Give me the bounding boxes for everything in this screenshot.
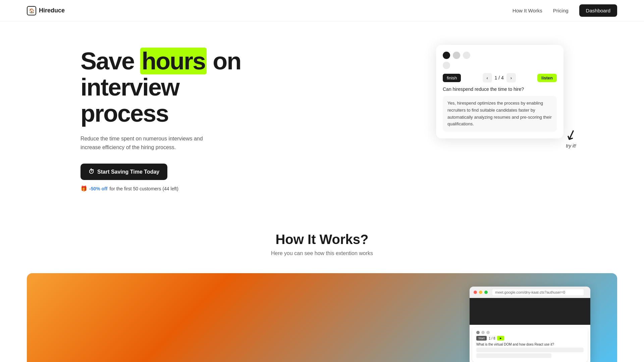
mini-question: What is the virtual DOM and how does Rea… (476, 343, 584, 346)
hero-title: Save hours on interview process (80, 48, 241, 126)
hero-subtitle: Reduce the time spent on numerous interv… (80, 134, 221, 152)
clock-icon: ⏱ (89, 168, 95, 175)
card-answer: Yes, hirespend optimizes the process by … (443, 96, 557, 132)
video-area: meet.google.com/dny-kaat-zts?authuser=0 … (27, 273, 617, 362)
hero-section: Save hours on interview process Reduce t… (0, 21, 644, 212)
mini-qa-card: Start 1 / 8 ► What is the virtual DOM an… (472, 327, 588, 362)
nav-pricing[interactable]: Pricing (553, 8, 569, 13)
mini-dot-1 (476, 331, 480, 334)
mini-dot-3 (486, 331, 490, 334)
next-button[interactable]: › (506, 73, 516, 82)
how-it-works-section: How It Works? Here you can see how this … (0, 212, 644, 263)
promo-discount: -50% off (89, 186, 107, 191)
card-question: Can hirespend reduce the time to hire? (443, 86, 557, 92)
cta-label: Start Saving Time Today (97, 169, 159, 175)
browser-dot-green (484, 291, 488, 294)
nav-how-it-works[interactable]: How It Works (513, 8, 542, 13)
qa-card: finish ‹ 1 / 4 › listen Can hirespend re… (436, 45, 564, 138)
start-saving-button[interactable]: ⏱ Start Saving Time Today (80, 164, 167, 180)
mini-dot-2 (481, 331, 485, 334)
card-toolbar: finish ‹ 1 / 4 › listen (443, 73, 557, 82)
circle-dark (443, 52, 450, 59)
page-indicator: 1 / 4 (495, 75, 504, 80)
promo-suffix: for the first 50 customers (44 left) (109, 186, 178, 191)
listen-button[interactable]: listen (537, 74, 557, 82)
circle-light (463, 52, 470, 59)
promo-text: 🎁 -50% off for the first 50 customers (4… (80, 185, 241, 192)
circle-gray (453, 52, 460, 59)
logo-icon: 🏠 (27, 6, 36, 15)
arrow-icon: ↙ (563, 126, 579, 143)
mini-play-btn: ► (497, 336, 504, 341)
try-it-label: try it! (566, 143, 576, 148)
browser-dot-yellow (479, 291, 482, 294)
prev-button[interactable]: ‹ (483, 73, 492, 82)
try-it-area: ↙ try it! (565, 128, 577, 148)
card-nav: ‹ 1 / 4 › (483, 73, 516, 82)
browser-content (470, 298, 590, 325)
card-circles (443, 52, 557, 59)
browser-window: meet.google.com/dny-kaat-zts?authuser=0 … (470, 287, 590, 362)
mini-toolbar: Start 1 / 8 ► (476, 336, 584, 341)
logo-text: Hireduce (39, 7, 65, 14)
hero-title-highlight: hours (140, 48, 207, 74)
how-title: How It Works? (27, 232, 617, 247)
logo[interactable]: 🏠 Hireduce (27, 6, 65, 15)
mini-answer-bar-1 (476, 348, 584, 352)
mini-start-btn: Start (476, 336, 487, 341)
dashboard-button[interactable]: Dashboard (579, 4, 617, 17)
gift-icon: 🎁 (80, 185, 87, 192)
hero-right: finish ‹ 1 / 4 › listen Can hirespend re… (436, 42, 564, 138)
browser-bar: meet.google.com/dny-kaat-zts?authuser=0 (470, 287, 590, 298)
finish-button[interactable]: finish (443, 74, 461, 82)
navbar: 🏠 Hireduce How It Works Pricing Dashboar… (0, 0, 644, 21)
mini-circles (476, 331, 584, 334)
how-subtitle: Here you can see how this extention work… (27, 250, 617, 256)
circle-small (443, 62, 450, 69)
hero-left: Save hours on interview process Reduce t… (80, 42, 241, 192)
mini-page: 1 / 8 (489, 337, 495, 340)
mini-answer-bar-2 (476, 353, 551, 358)
browser-dot-red (474, 291, 477, 294)
nav-links: How It Works Pricing Dashboard (513, 4, 617, 17)
browser-url: meet.google.com/dny-kaat-zts?authuser=0 (492, 289, 584, 295)
hero-title-before: Save (80, 48, 140, 74)
